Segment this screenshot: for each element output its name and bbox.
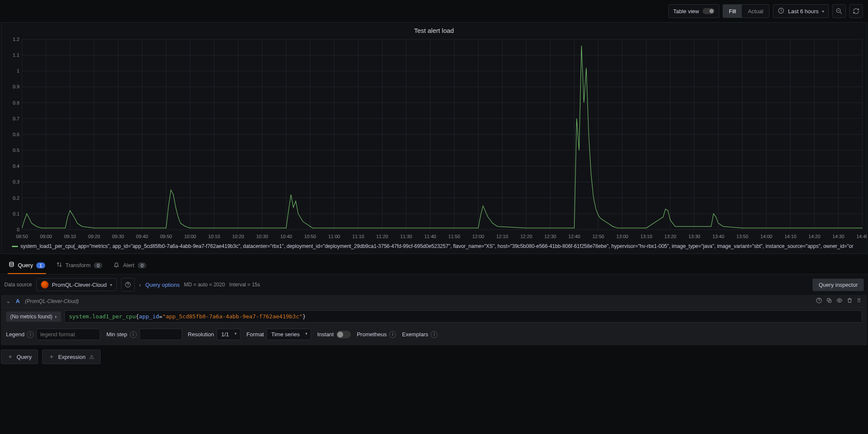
- svg-text:10:40: 10:40: [280, 234, 292, 239]
- svg-text:09:00: 09:00: [40, 234, 52, 239]
- tab-query-label: Query: [18, 262, 33, 268]
- svg-text:11:10: 11:10: [352, 234, 364, 239]
- format-select[interactable]: Time series: [266, 329, 311, 340]
- md-text: MD = auto = 2020: [184, 282, 225, 288]
- tab-query[interactable]: Query 1: [8, 258, 46, 274]
- legend-text: system_load1_per_cpu{_app="metrics", app…: [20, 243, 854, 249]
- info-icon[interactable]: i: [389, 331, 396, 338]
- svg-text:0.9: 0.9: [13, 84, 20, 90]
- switch-track: [703, 8, 715, 14]
- fill-button[interactable]: Fill: [723, 5, 742, 17]
- chart-area[interactable]: 00.10.20.30.40.50.60.70.80.911.11.208:50…: [1, 37, 867, 242]
- switch-thumb: [709, 9, 714, 13]
- svg-text:12:50: 12:50: [592, 234, 604, 239]
- svg-text:13:30: 13:30: [689, 234, 700, 239]
- help-icon[interactable]: [816, 297, 822, 305]
- svg-point-105: [839, 300, 840, 301]
- tab-transform[interactable]: Transform 0: [55, 258, 104, 274]
- min-step-input[interactable]: [139, 329, 182, 340]
- prometheus-logo-icon: [41, 281, 49, 288]
- query-options-link[interactable]: Query options: [145, 282, 180, 288]
- svg-text:12:40: 12:40: [568, 234, 580, 239]
- svg-text:12:10: 12:10: [496, 234, 508, 239]
- exemplars-label: Exemplars: [402, 331, 428, 338]
- info-icon[interactable]: i: [27, 331, 34, 338]
- svg-text:0.3: 0.3: [13, 180, 20, 185]
- trash-icon[interactable]: [847, 297, 853, 305]
- query-source-label: (PromQL-Clever-Cloud): [25, 298, 78, 304]
- query-toolbar: Data source PromQL-Clever-Cloud ▾ › Quer…: [0, 274, 868, 295]
- source-label: Prometheus: [357, 331, 387, 338]
- info-icon[interactable]: i: [431, 331, 437, 338]
- svg-text:10:00: 10:00: [184, 234, 196, 239]
- query-ref[interactable]: A: [16, 298, 20, 304]
- data-source-help-button[interactable]: [121, 278, 135, 291]
- svg-text:10:20: 10:20: [232, 234, 244, 239]
- resolution-select[interactable]: 1/1: [217, 329, 240, 340]
- eye-icon[interactable]: [836, 297, 842, 305]
- drag-handle-icon[interactable]: ⠿: [857, 297, 862, 305]
- query-actions: ⠿: [816, 297, 862, 305]
- query-row: ⌄ A (PromQL-Clever-Cloud) ⠿ (No metrics …: [1, 295, 867, 345]
- plus-icon: ＋: [7, 353, 13, 361]
- svg-text:11:30: 11:30: [400, 234, 412, 239]
- svg-text:10:10: 10:10: [208, 234, 220, 239]
- svg-text:1: 1: [17, 68, 19, 73]
- collapse-button[interactable]: ⌄: [6, 298, 11, 304]
- promql-input[interactable]: system.load1_per_cpu{app_id="app_5cd85fb…: [64, 310, 862, 323]
- svg-text:13:20: 13:20: [664, 234, 676, 239]
- svg-text:11:40: 11:40: [424, 234, 436, 239]
- svg-text:12:20: 12:20: [520, 234, 532, 239]
- clock-icon: [778, 7, 784, 15]
- add-query-button[interactable]: ＋ Query: [1, 350, 38, 364]
- svg-text:0.6: 0.6: [13, 132, 20, 137]
- add-query-label: Query: [17, 354, 32, 360]
- format-label: Format: [246, 331, 264, 338]
- legend[interactable]: system_load1_per_cpu{_app="metrics", app…: [1, 242, 867, 253]
- refresh-button[interactable]: [849, 4, 863, 18]
- add-expression-button[interactable]: ＋ Expression ⚠: [42, 350, 100, 364]
- svg-text:10:50: 10:50: [304, 234, 316, 239]
- tab-alert[interactable]: Alert 0: [113, 258, 147, 274]
- svg-text:14:30: 14:30: [833, 234, 845, 239]
- data-source-picker[interactable]: PromQL-Clever-Cloud ▾: [36, 278, 117, 291]
- query-header: ⌄ A (PromQL-Clever-Cloud) ⠿: [1, 295, 867, 308]
- tabs: Query 1 Transform 0 Alert 0: [0, 254, 868, 274]
- zoom-out-button[interactable]: [832, 4, 846, 18]
- bell-icon: [113, 262, 119, 269]
- actual-button[interactable]: Actual: [742, 5, 769, 17]
- svg-text:1.1: 1.1: [13, 52, 20, 58]
- svg-text:08:50: 08:50: [16, 234, 28, 239]
- time-range-picker[interactable]: Last 6 hours ▾: [773, 4, 829, 18]
- svg-point-100: [9, 262, 13, 264]
- copy-icon[interactable]: [826, 297, 832, 305]
- svg-text:12:00: 12:00: [472, 234, 484, 239]
- metrics-browser-button[interactable]: (No metrics found) ›: [6, 312, 61, 322]
- chevron-right-icon[interactable]: ›: [139, 282, 141, 288]
- svg-text:0.7: 0.7: [13, 116, 20, 121]
- info-icon[interactable]: i: [130, 331, 137, 338]
- instant-toggle[interactable]: [336, 331, 351, 338]
- chevron-down-icon: ▾: [110, 283, 112, 287]
- svg-text:10:30: 10:30: [256, 234, 268, 239]
- interval-text: Interval = 15s: [229, 282, 260, 288]
- tab-alert-count: 0: [138, 262, 146, 268]
- panel-title: Test alert load: [1, 23, 867, 37]
- svg-text:14:40: 14:40: [856, 234, 867, 239]
- svg-text:14:10: 14:10: [784, 234, 796, 239]
- time-range-label: Last 6 hours: [788, 8, 819, 15]
- metrics-browser-label: (No metrics found): [10, 314, 52, 320]
- svg-text:0.1: 0.1: [13, 211, 20, 216]
- svg-text:1.2: 1.2: [13, 37, 20, 42]
- svg-text:13:40: 13:40: [712, 234, 724, 239]
- table-view-toggle[interactable]: Table view: [668, 4, 719, 18]
- svg-text:11:00: 11:00: [328, 234, 340, 239]
- svg-text:14:00: 14:00: [761, 234, 773, 239]
- database-icon: [9, 262, 14, 269]
- svg-text:0.4: 0.4: [13, 163, 20, 169]
- warning-icon: ⚠: [89, 354, 94, 360]
- legend-label: Legend: [6, 331, 24, 338]
- query-inspector-button[interactable]: Query inspector: [813, 279, 864, 291]
- legend-input[interactable]: [36, 329, 100, 340]
- expr-val: "app_5cd85fb0-7a6a-4abb-9ea7-f762ae419b3…: [162, 313, 303, 320]
